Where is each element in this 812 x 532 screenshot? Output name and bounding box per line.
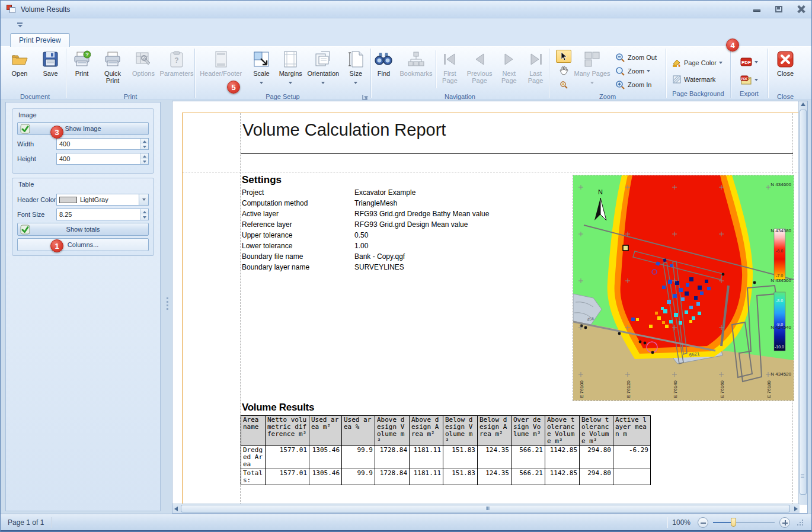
settings-list: ProjectExcavator Example Computation met…	[242, 188, 568, 274]
first-page-button[interactable]: First Page	[436, 49, 463, 92]
close-window-button[interactable]	[797, 5, 805, 13]
minimize-button[interactable]	[753, 5, 762, 13]
pdf-file-icon: PDF	[740, 57, 752, 67]
qat-customize-icon[interactable]	[17, 23, 23, 28]
table-header-row: Area name Netto volumetric difference m³…	[241, 416, 651, 446]
svg-text:PDF: PDF	[741, 77, 748, 81]
page-setup-dialog-launcher-icon	[362, 94, 368, 100]
zoom-out-icon	[615, 53, 625, 62]
page-color-button[interactable]: Page Color	[670, 56, 725, 69]
open-folder-icon	[10, 50, 29, 69]
print-button[interactable]: ? Print	[66, 49, 97, 92]
table-row: Dredged Area 1577.01 1305.46 99.9 1728.8…	[241, 446, 651, 469]
watermark-button[interactable]: Watermark	[670, 73, 718, 86]
header-color-dropdown-button[interactable]	[139, 194, 148, 205]
callout-badge-5: 5	[227, 81, 240, 94]
quick-print-button[interactable]: Quick Print	[97, 49, 128, 92]
hand-tool-button[interactable]	[556, 64, 571, 77]
settings-row: Reference layerRFG93 Grid.grd Design Mea…	[242, 220, 568, 231]
horizontal-scrollbar[interactable]	[172, 504, 800, 513]
lightgray-swatch	[59, 197, 77, 203]
table-groupbox-title: Table	[12, 178, 154, 189]
export-pdf-button[interactable]: PDF	[738, 56, 760, 69]
previous-page-button[interactable]: Previous Page	[463, 49, 496, 92]
svg-text:?: ?	[174, 56, 178, 65]
height-spinner[interactable]	[140, 153, 148, 164]
svg-text:?: ?	[85, 52, 89, 57]
northing-label: N 434540	[771, 325, 791, 330]
settings-row: Boundary layer nameSURVEYLINES	[242, 263, 568, 274]
margins-icon	[281, 50, 300, 69]
send-pdf-email-button[interactable]: PDF	[738, 73, 760, 86]
options-button[interactable]: Options	[128, 49, 159, 92]
statusbar: Page 1 of 1 100%	[1, 514, 811, 530]
many-pages-dropdown-icon	[590, 82, 594, 84]
pointer-cursor-icon	[560, 52, 568, 61]
width-field[interactable]	[56, 138, 149, 150]
tab-print-preview[interactable]: Print Preview	[10, 33, 70, 47]
magnifier-tool-button[interactable]	[556, 78, 571, 91]
size-button[interactable]: Size	[341, 49, 370, 92]
zoom-slider[interactable]	[713, 517, 775, 528]
sidebar-splitter[interactable]	[165, 102, 171, 511]
svg-text:PDF: PDF	[741, 60, 751, 65]
pointer-tool-button[interactable]	[556, 50, 571, 63]
show-image-button[interactable]: Show Image	[17, 122, 149, 135]
width-spinner[interactable]	[140, 139, 148, 149]
zoom-in-slider-button[interactable]	[779, 517, 790, 528]
last-page-icon	[526, 50, 545, 69]
font-size-input[interactable]	[57, 209, 148, 220]
print-preview-pane: Volume Calculation Report Settings Proje…	[172, 101, 808, 514]
parameters-button[interactable]: ? Parameters	[159, 49, 194, 92]
northing-label: N 434580	[771, 228, 791, 233]
columns-button[interactable]: Columns...	[17, 238, 149, 251]
window-resize-grip[interactable]	[797, 520, 803, 525]
quick-access-toolbar	[1, 18, 811, 33]
app-icon	[7, 5, 16, 14]
horizontal-scroll-thumb[interactable]	[181, 505, 790, 512]
group-document: Open Save Document	[4, 47, 66, 100]
easting-label: E 76180	[766, 380, 772, 398]
close-preview-button[interactable]: Close	[770, 49, 801, 92]
group-caption-zoom: Zoom	[549, 92, 666, 101]
open-button[interactable]: Open	[4, 49, 35, 92]
zoom-button[interactable]: Zoom	[613, 65, 659, 78]
margins-button[interactable]: Margins	[276, 49, 305, 92]
pdf-email-icon: PDF	[740, 75, 752, 85]
scroll-up-icon[interactable]	[801, 102, 805, 106]
export-pdf-dropdown-icon	[755, 61, 758, 63]
ribbon: Open Save Document ? Print	[1, 47, 811, 100]
zoom-out-slider-button[interactable]	[698, 517, 708, 528]
group-page-setup: Header/Footer Scale Margins	[195, 47, 370, 100]
font-size-spinner[interactable]	[140, 209, 148, 220]
callout-badge-3: 3	[50, 126, 63, 139]
font-size-field[interactable]	[56, 209, 149, 220]
height-field[interactable]	[56, 153, 149, 165]
zoom-in-button[interactable]: Zoom In	[613, 78, 659, 91]
save-button[interactable]: Save	[35, 49, 66, 92]
scroll-right-icon[interactable]	[794, 507, 798, 511]
find-button[interactable]: Find	[371, 49, 397, 92]
orientation-button[interactable]: Orientation	[305, 49, 341, 92]
table-groupbox: Table Header Color LightGray Font Size	[12, 178, 154, 256]
maximize-button[interactable]	[775, 5, 784, 13]
header-color-combo[interactable]: LightGray	[56, 194, 149, 206]
vertical-scrollbar[interactable]	[798, 101, 807, 505]
zoom-slider-thumb[interactable]	[731, 518, 736, 527]
bookmarks-button[interactable]: Bookmarks	[397, 49, 436, 92]
page-indicator: Page 1 of 1	[1, 518, 51, 527]
group-zoom: Many Pages Zoom Out Zoom Zoo	[549, 47, 666, 100]
width-input[interactable]	[57, 139, 148, 149]
height-input[interactable]	[57, 153, 148, 164]
show-totals-button[interactable]: Show totals	[17, 223, 149, 236]
zoom-out-button[interactable]: Zoom Out	[613, 51, 659, 64]
next-page-button[interactable]: Next Page	[495, 49, 522, 92]
orientation-dropdown-icon	[321, 82, 325, 84]
scroll-left-icon[interactable]	[174, 507, 178, 511]
group-caption-close: Close	[768, 92, 803, 101]
last-page-button[interactable]: Last Page	[522, 49, 549, 92]
vertical-scroll-thumb[interactable]	[800, 110, 807, 495]
many-pages-button[interactable]: Many Pages	[574, 49, 610, 92]
scale-button[interactable]: Scale	[247, 49, 276, 92]
group-caption-print: Print	[66, 92, 194, 101]
